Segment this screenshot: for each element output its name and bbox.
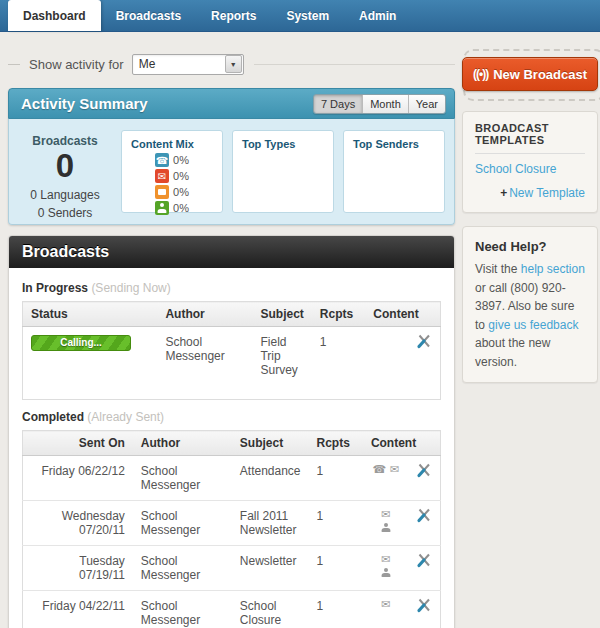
phone-icon: ☎ xyxy=(155,153,169,167)
content-icons: ✉ xyxy=(371,599,401,610)
panel-title: Broadcasts xyxy=(22,243,109,261)
column-header-subject: Subject xyxy=(232,431,309,456)
main-column: Show activity for Me ▼ Activity Summary … xyxy=(8,52,455,628)
activity-summary-panel: Activity Summary 7 DaysMonthYear Broadca… xyxy=(8,88,455,225)
in-progress-table: StatusAuthorSubjectRcptsContent Calling.… xyxy=(22,301,441,400)
completed-row: Tuesday 07/19/11School MessengerNewslett… xyxy=(23,546,441,591)
tools-icon[interactable] xyxy=(416,507,432,526)
column-header-author: Author xyxy=(133,431,232,456)
column-header-sent-on: Sent On xyxy=(23,431,133,456)
column-header-content: Content xyxy=(365,302,440,327)
completed-row: Friday 04/22/11School MessengerSchool Cl… xyxy=(23,591,441,628)
top-senders-card: Top Senders xyxy=(343,130,445,213)
person-icon xyxy=(381,523,390,532)
dashboard-page: DashboardBroadcastsReportsSystemAdmin Sh… xyxy=(0,0,600,628)
divider xyxy=(8,64,20,65)
chevron-down-icon[interactable]: ▼ xyxy=(225,55,242,73)
activity-filter-select[interactable]: Me ▼ xyxy=(132,54,244,75)
range-button-year[interactable]: Year xyxy=(408,95,445,113)
mix-value: 0% xyxy=(173,186,189,198)
activity-summary-header: Activity Summary 7 DaysMonthYear xyxy=(8,88,455,119)
column-header-author: Author xyxy=(157,302,252,327)
need-help-box: Need Help? Visit the help section or cal… xyxy=(462,226,598,383)
selected-option: Me xyxy=(139,57,156,71)
subject-cell: Newsletter xyxy=(232,546,309,591)
broadcast-count: 0 xyxy=(18,149,112,184)
in-progress-row: Calling...School MessengerField Trip Sur… xyxy=(23,327,441,400)
completed-table: Sent OnAuthorSubjectRcptsContent Friday … xyxy=(22,430,441,628)
panel-title: Activity Summary xyxy=(21,95,148,112)
help-section-link[interactable]: help section xyxy=(521,262,585,276)
top-types-card: Top Types xyxy=(232,130,334,213)
tab-dashboard[interactable]: Dashboard xyxy=(8,0,101,31)
tab-broadcasts[interactable]: Broadcasts xyxy=(101,0,196,31)
author-cell: School Messenger xyxy=(133,546,232,591)
tab-reports[interactable]: Reports xyxy=(196,0,271,31)
tab-system[interactable]: System xyxy=(271,0,344,31)
email-icon: ✉ xyxy=(155,169,169,183)
broadcasts-header: Broadcasts xyxy=(9,236,454,268)
content-mix-item: ✉0% xyxy=(155,169,189,183)
range-button-7-days[interactable]: 7 Days xyxy=(314,95,362,113)
top-nav: DashboardBroadcastsReportsSystemAdmin xyxy=(0,0,600,32)
tab-admin[interactable]: Admin xyxy=(344,0,411,31)
column-header-rcpts: Rcpts xyxy=(309,431,363,456)
completed-row: Friday 06/22/12School MessengerAttendanc… xyxy=(23,456,441,501)
new-template-link[interactable]: New Template xyxy=(509,186,585,200)
new-template-row: +New Template xyxy=(475,186,585,200)
mix-value: 0% xyxy=(173,170,189,182)
new-broadcast-button[interactable]: ((•)) New Broadcast xyxy=(462,57,598,91)
sms-icon xyxy=(155,185,169,199)
email-icon: ✉ xyxy=(390,464,399,475)
rcpts-cell: 1 xyxy=(309,591,363,628)
filter-label: Show activity for xyxy=(29,57,124,72)
broadcasts-panel: Broadcasts In Progress (Sending Now) Sta… xyxy=(8,235,455,628)
help-title: Need Help? xyxy=(475,239,585,254)
plus-icon: + xyxy=(500,186,507,200)
completed-label: Completed (Already Sent) xyxy=(22,410,441,424)
sent-on-cell: Friday 04/22/11 xyxy=(23,591,133,628)
help-text: Visit the help section or call (800) 920… xyxy=(475,260,585,372)
email-icon: ✉ xyxy=(381,554,390,565)
author-cell: School Messenger xyxy=(133,501,232,546)
tools-icon[interactable] xyxy=(416,462,432,481)
card-title: Content Mix xyxy=(131,138,213,150)
broadcast-icon: ((•)) xyxy=(473,67,488,81)
column-header-subject: Subject xyxy=(252,302,311,327)
tools-icon[interactable] xyxy=(416,333,432,352)
author-cell: School Messenger xyxy=(133,456,232,501)
template-link-school-closure[interactable]: School Closure xyxy=(475,162,585,176)
author-cell: School Messenger xyxy=(157,327,252,400)
stats-label: Broadcasts xyxy=(18,134,112,148)
feedback-link[interactable]: give us feedback xyxy=(488,318,578,332)
tools-icon[interactable] xyxy=(416,552,432,571)
author-cell: School Messenger xyxy=(133,591,232,628)
subject-cell: Attendance xyxy=(232,456,309,501)
completed-row: Wednesday 07/20/11School MessengerFall 2… xyxy=(23,501,441,546)
sidebar: ((•)) New Broadcast BROADCAST TEMPLATES … xyxy=(462,52,598,396)
subject-cell: Fall 2011 Newsletter xyxy=(232,501,309,546)
new-broadcast-area: ((•)) New Broadcast xyxy=(462,57,598,91)
column-header-content: Content xyxy=(363,431,441,456)
subject-cell: School Closure xyxy=(232,591,309,628)
tools-icon[interactable] xyxy=(416,597,432,616)
range-button-month[interactable]: Month xyxy=(362,95,408,113)
activity-summary-body: Broadcasts 0 0 Languages 0 Senders Conte… xyxy=(8,119,455,225)
content-mix-list: ☎0%✉0%0%0% xyxy=(131,153,213,215)
progress-bar: Calling... xyxy=(31,335,131,351)
mix-value: 0% xyxy=(173,154,189,166)
sent-on-cell: Friday 06/22/12 xyxy=(23,456,133,501)
sent-on-cell: Tuesday 07/19/11 xyxy=(23,546,133,591)
rcpts-cell: 1 xyxy=(309,546,363,591)
languages-count: 0 Languages xyxy=(18,186,112,204)
divider xyxy=(254,64,455,65)
column-header-rcpts: Rcpts xyxy=(312,302,366,327)
templates-title: BROADCAST TEMPLATES xyxy=(475,122,585,154)
new-broadcast-label: New Broadcast xyxy=(493,67,587,82)
content-mix-item: 0% xyxy=(155,185,189,199)
content-mix-card: Content Mix ☎0%✉0%0%0% xyxy=(121,130,223,213)
content-icons: ☎✉ xyxy=(371,464,401,475)
broadcast-stats: Broadcasts 0 0 Languages 0 Senders xyxy=(18,130,112,213)
email-icon: ✉ xyxy=(381,599,390,610)
rcpts-cell: 1 xyxy=(309,501,363,546)
